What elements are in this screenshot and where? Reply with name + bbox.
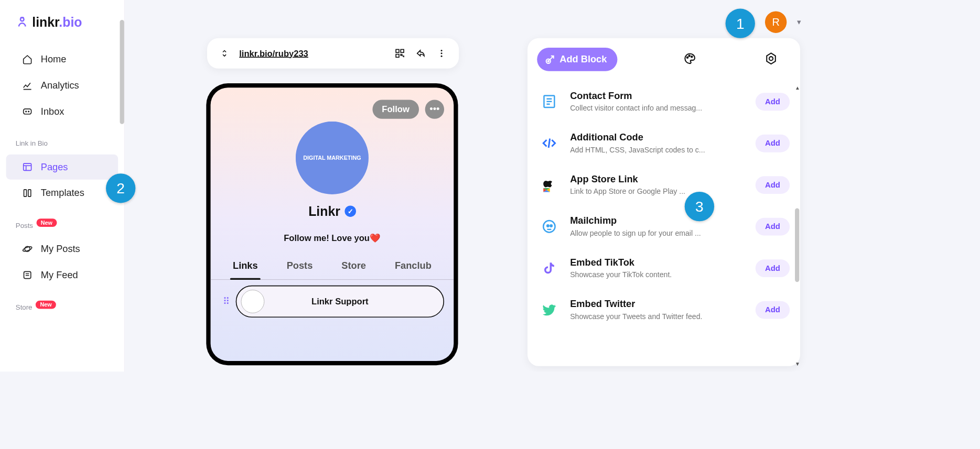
profile-tabs: Links Posts Store Fanclub xyxy=(211,257,454,280)
more-horiz-icon[interactable]: ••• xyxy=(425,100,444,118)
svg-rect-4 xyxy=(24,163,31,170)
callout-3: 3 xyxy=(685,192,714,221)
block-row-contact-form: Contact Form Collect visitor contact inf… xyxy=(538,81,792,122)
add-button[interactable]: Add xyxy=(756,301,790,319)
blocks-list: Contact Form Collect visitor contact inf… xyxy=(527,79,800,331)
callout-1: 1 xyxy=(726,9,755,38)
svg-point-3 xyxy=(28,111,29,112)
section-posts: Posts New xyxy=(0,213,124,234)
sidebar-item-label: Home xyxy=(41,54,67,65)
svg-point-13 xyxy=(441,50,443,51)
svg-point-2 xyxy=(26,111,27,112)
profile-avatar[interactable]: DIGITAL MARKETING xyxy=(296,122,369,194)
block-row-embed-twitter: Embed Twitter Showcase your Tweets and T… xyxy=(538,289,792,330)
svg-point-29 xyxy=(550,225,552,226)
callout-2: 2 xyxy=(106,173,135,203)
sidebar-item-myposts[interactable]: My Posts xyxy=(6,236,119,261)
tab-fanclub[interactable]: Fanclub xyxy=(392,257,434,275)
svg-point-0 xyxy=(20,18,24,21)
block-row-embed-tiktok: Embed TikTok Showcase your TikTok conten… xyxy=(538,247,792,289)
badge-new: New xyxy=(36,301,56,309)
sidebar-item-analytics[interactable]: Analytics xyxy=(6,73,119,98)
appstore-icon xyxy=(540,176,558,194)
add-button[interactable]: Add xyxy=(756,176,790,194)
add-button[interactable]: Add xyxy=(756,134,790,152)
scroll-down-icon[interactable]: ▼ xyxy=(795,361,799,367)
logo-text: linkr.bio xyxy=(32,15,82,29)
feed-icon xyxy=(21,269,33,281)
share-icon[interactable] xyxy=(415,47,427,59)
svg-point-19 xyxy=(691,56,692,57)
svg-rect-12 xyxy=(396,54,399,58)
block-title: Embed Twitter xyxy=(570,299,744,310)
svg-point-28 xyxy=(547,225,548,226)
pages-icon xyxy=(21,161,33,173)
add-button[interactable]: Add xyxy=(756,93,790,111)
profile-bio: Follow me! Love you❤️ xyxy=(211,233,454,243)
block-desc: Add HTML, CSS, JavaScript codes to c... xyxy=(570,146,744,155)
home-icon xyxy=(21,54,33,65)
logo[interactable]: linkr.bio xyxy=(0,10,124,45)
gear-icon[interactable] xyxy=(764,52,779,67)
scroll-up-icon[interactable]: ▲ xyxy=(795,85,799,91)
code-icon xyxy=(540,134,558,152)
block-desc: Showcase your TikTok content. xyxy=(570,271,744,280)
tiktok-icon xyxy=(540,258,558,277)
analytics-icon xyxy=(21,80,33,91)
templates-icon xyxy=(21,188,33,199)
block-desc: Link to App Store or Google Play ... xyxy=(570,188,744,196)
tab-posts[interactable]: Posts xyxy=(284,257,316,275)
section-linkinbio: Link in Bio xyxy=(0,131,124,152)
sidebar-scrollbar[interactable] xyxy=(120,20,124,124)
nav-main-group: Home Analytics Inbox xyxy=(0,44,124,131)
more-vert-icon[interactable] xyxy=(435,47,447,59)
block-title: Additional Code xyxy=(570,132,744,144)
block-title: Mailchimp xyxy=(570,215,744,227)
block-row-mailchimp: Mailchimp Allow people to sign up for yo… xyxy=(538,205,792,247)
add-block-button[interactable]: Add Block xyxy=(537,48,617,71)
svg-rect-10 xyxy=(396,49,399,52)
svg-marker-20 xyxy=(767,53,776,64)
link-title: Linkr Support xyxy=(311,297,369,306)
sidebar-item-inbox[interactable]: Inbox xyxy=(6,99,119,124)
link-thumb xyxy=(241,290,265,313)
reorder-icon[interactable] xyxy=(218,47,230,59)
sidebar-item-label: Analytics xyxy=(41,80,79,91)
palette-icon[interactable] xyxy=(684,52,698,67)
phone-screen: Follow ••• DIGITAL MARKETING Linkr ✓ Fol… xyxy=(211,87,454,361)
block-desc: Collect visitor contact info and messag.… xyxy=(570,104,744,113)
section-store: Store New xyxy=(0,294,124,316)
scroll-thumb[interactable] xyxy=(795,208,799,282)
link-pill[interactable]: Linkr Support xyxy=(236,286,444,317)
block-title: Embed TikTok xyxy=(570,257,744,268)
svg-rect-6 xyxy=(28,190,31,196)
verified-icon: ✓ xyxy=(344,205,356,217)
sidebar-item-pages[interactable]: Pages xyxy=(6,155,119,180)
sidebar-item-label: Templates xyxy=(41,188,84,199)
panel-scrollbar[interactable]: ▲ ▼ xyxy=(795,91,799,361)
planet-icon xyxy=(21,244,33,255)
svg-point-17 xyxy=(687,57,688,58)
sidebar-item-label: My Feed xyxy=(41,269,78,281)
drag-handle-icon[interactable]: ⠿ xyxy=(220,296,232,308)
tab-links[interactable]: Links xyxy=(230,257,261,275)
svg-point-18 xyxy=(689,55,690,56)
inbox-icon xyxy=(21,106,33,117)
qr-icon[interactable] xyxy=(394,47,406,59)
svg-rect-1 xyxy=(24,109,31,114)
nav-posts-group: My Posts My Feed xyxy=(0,234,124,294)
badge-new: New xyxy=(37,218,57,227)
add-button[interactable]: Add xyxy=(756,217,790,235)
sidebar-item-home[interactable]: Home xyxy=(6,47,119,72)
page-url[interactable]: linkr.bio/ruby233 xyxy=(239,48,385,58)
twitter-icon xyxy=(540,300,558,319)
svg-point-15 xyxy=(441,56,443,57)
sidebar-item-myfeed[interactable]: My Feed xyxy=(6,262,119,288)
block-row-app-store-link: App Store Link Link to App Store or Goog… xyxy=(538,164,792,205)
svg-point-8 xyxy=(22,246,32,252)
sidebar-item-templates[interactable]: Templates xyxy=(6,180,119,205)
add-button[interactable]: Add xyxy=(756,259,790,277)
tab-store[interactable]: Store xyxy=(339,257,369,275)
svg-rect-11 xyxy=(401,49,404,52)
follow-button[interactable]: Follow xyxy=(372,100,419,118)
